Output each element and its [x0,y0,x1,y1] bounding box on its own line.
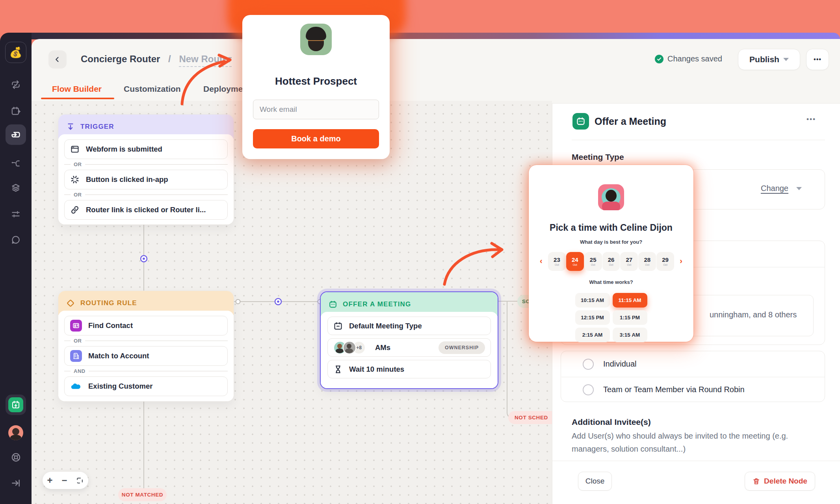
contact-card-icon [70,320,82,332]
lifebuoy-icon [11,452,21,463]
sidebar-item-workflows[interactable] [0,80,32,90]
additional-invitees-title: Additional Invitee(s) [572,417,651,427]
attendees-text: unningham, and 8 others [710,310,797,319]
meeting-type-label: Meeting Type [572,152,624,162]
time-slot[interactable]: 2:15 AM [575,328,610,342]
calendar-plus-icon [11,106,21,116]
time-slot-selected[interactable]: 11:15 AM [613,293,647,308]
tab-flow-builder[interactable]: Flow Builder [52,84,102,94]
breadcrumb-separator: / [168,54,171,64]
delete-node-button[interactable]: Delete Node [745,472,815,491]
sidebar-item-queues[interactable] [0,183,32,193]
time-slot[interactable]: 3:15 AM [613,328,647,342]
sidebar-item-chat[interactable] [0,235,32,245]
routing-item-find-contact[interactable]: Find Contact [64,316,228,335]
sidebar-item-help[interactable] [0,452,32,463]
day-chip[interactable]: 27Oct [620,252,638,271]
sliders-icon [11,209,21,219]
offer-item-ams-queue[interactable]: +8 AMs OWNERSHIP [327,338,491,357]
chat-bubble-icon [11,235,21,245]
day-chip[interactable]: 29Oct [656,252,674,271]
window-top-gradient [32,33,840,39]
sidebar-item-logout[interactable] [0,478,32,488]
day-chip[interactable]: 23Oct [548,252,566,271]
time-question: What time works? [529,279,693,285]
trigger-node[interactable]: TRIGGER Webform is submitted OR Button i… [58,114,234,225]
header-more-button[interactable]: ••• [806,49,829,70]
routing-item-existing-customer[interactable]: Existing Customer [64,376,228,396]
divider [552,461,840,461]
layers-icon [11,183,21,193]
account-icon [70,350,82,362]
save-status-text: Changes saved [667,54,722,63]
day-chip[interactable]: 28Oct [638,252,656,271]
trigger-item-button-click[interactable]: Button is clicked in-app [64,170,228,189]
offer-item-wait[interactable]: Wait 10 minutes [327,360,491,378]
radio-round-robin[interactable] [583,384,594,395]
sidebar-item-instant-booker[interactable] [0,395,32,415]
routing-rule-node[interactable]: ROUTING RULE Find Contact OR Match to Ac… [58,291,234,402]
canvas-zoom-controls: + − [43,472,88,489]
app-logo: 💰 [0,42,32,63]
breadcrumb-root[interactable]: Concierge Router [81,54,160,64]
offer-item-meeting-type[interactable]: Default Meeting Type [327,317,491,335]
offer-item-label: AMs [375,343,390,352]
trigger-item-label: Webform is submitted [86,145,162,154]
save-status: Changes saved [655,54,722,63]
zoom-out-button[interactable]: − [61,475,67,486]
trigger-item-router-link[interactable]: Router link is clicked or Router li... [64,200,228,220]
option-individual[interactable]: Individual [561,351,825,377]
next-days-button[interactable]: › [680,256,682,265]
book-demo-button[interactable]: Book a demo [253,129,379,148]
panel-title: Offer a Meeting [595,116,666,127]
routing-item-label: Match to Account [88,352,149,360]
fit-view-button[interactable] [76,477,84,484]
trigger-item-webform[interactable]: Webform is submitted [64,139,228,159]
sidebar-item-router-active[interactable] [0,124,32,145]
chevron-down-icon [796,187,802,190]
additional-invitees-description: Add User(s) who should always be invited… [572,430,816,456]
prospect-avatar [300,24,332,55]
time-slot[interactable]: 1:15 PM [613,310,647,325]
link-icon [70,205,80,215]
time-slot[interactable]: 10:15 AM [575,293,610,308]
sidebar-item-distribution[interactable] [0,158,32,168]
day-chip[interactable]: 26Oct [602,252,620,271]
salesforce-cloud-icon [70,382,82,391]
option-round-robin[interactable]: Team or Team Member via Round Robin [561,377,825,402]
offer-meeting-node[interactable]: OFFER A MEETING Default Meeting Type +8 … [320,291,498,389]
calendar-bolt-icon [11,400,20,410]
day-question: What day is best for you? [529,239,693,245]
prev-days-button[interactable]: ‹ [540,256,543,265]
routing-item-label: Find Contact [88,321,133,330]
routing-item-label: Existing Customer [88,382,152,391]
work-email-input[interactable] [253,100,379,119]
sidebar-item-settings[interactable] [0,209,32,219]
routing-item-match-account[interactable]: Match to Account [64,346,228,366]
ownership-badge: OWNERSHIP [439,341,485,354]
breadcrumb-router-name[interactable]: New Router [179,54,231,67]
sidebar-item-meetings[interactable] [0,106,32,116]
option-label: Individual [603,359,637,369]
tab-customization[interactable]: Customization [124,84,181,94]
panel-more-button[interactable]: ••• [807,115,816,123]
option-label: Team or Team Member via Round Robin [603,385,745,394]
click-icon [70,175,80,184]
day-chip[interactable]: 25Oct [584,252,602,271]
host-avatar [598,184,624,210]
back-button[interactable] [48,50,67,69]
zoom-in-button[interactable]: + [47,475,52,486]
ellipsis-icon: ••• [814,56,821,63]
check-icon [655,55,663,63]
day-chip-selected[interactable]: 24Oct [566,252,584,271]
router-flow-icon [10,129,21,140]
close-button[interactable]: Close [578,472,612,491]
user-avatar[interactable] [0,425,32,440]
time-slot[interactable]: 12:15 PM [575,310,610,325]
radio-individual[interactable] [583,359,594,370]
branch-icon [11,158,21,168]
change-meeting-type-link[interactable]: Change [761,184,788,193]
trigger-item-label: Button is clicked in-app [86,175,168,184]
routing-node-title: ROUTING RULE [80,299,137,307]
publish-button[interactable]: Publish [738,49,800,70]
